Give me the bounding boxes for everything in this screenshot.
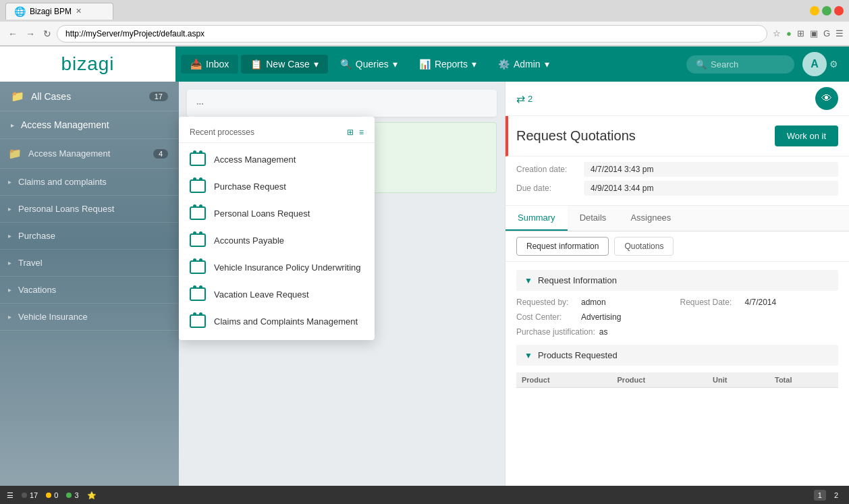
due-date-meta-value: 4/9/2014 3:44 pm — [584, 181, 838, 196]
dropdown-item-claims-mgmt[interactable]: Claims and Complaints Management — [179, 308, 375, 335]
status-dot-2 — [46, 493, 51, 498]
sidebar-item-purchase[interactable]: ▸ Purchase — [0, 223, 179, 250]
forward-button[interactable]: → — [23, 27, 38, 40]
minimize-button[interactable] — [810, 6, 819, 16]
status-item-1: 17 — [22, 491, 38, 499]
star-status-icon[interactable]: ⭐ — [87, 491, 97, 500]
request-date-label: Request Date: — [680, 298, 741, 307]
maximize-button[interactable] — [822, 6, 831, 16]
close-button[interactable] — [834, 6, 844, 16]
search-icon: 🔍 — [696, 59, 707, 69]
briefcase-icon-4 — [190, 260, 206, 274]
address-bar[interactable] — [57, 25, 767, 43]
admin-chevron-icon: ▾ — [545, 59, 549, 69]
access-mgmt-icon: 📁 — [8, 147, 22, 160]
work-on-it-button[interactable]: Work on it — [775, 125, 838, 146]
sidebar: 📁 All Cases 17 ▸ Access Management 📁 Acc… — [0, 82, 179, 486]
purchase-just-value: as — [599, 327, 608, 337]
app-logo: bizagi — [61, 53, 114, 75]
dropdown-header: Recent processes ⊞ ≡ — [179, 122, 375, 143]
sidebar-item-vacations[interactable]: ▸ Vacations — [0, 277, 179, 304]
nav-item-queries[interactable]: 🔍 Queries ▾ — [331, 55, 407, 74]
detail-body: ▼ Request Information Requested by: admo… — [505, 262, 849, 486]
reload-button[interactable]: ↻ — [40, 27, 54, 40]
products-section-title: Products Requested — [538, 350, 618, 360]
creation-date-meta-label: Creation date: — [516, 165, 584, 174]
nav-icon-2: ⊞ — [797, 28, 804, 38]
dropdown-item-vacation-leave[interactable]: Vacation Leave Request — [179, 281, 375, 308]
status-count-3: 3 — [74, 491, 78, 499]
detail-tabs: Summary Details Assignees — [505, 206, 849, 231]
sidebar-item-all-cases[interactable]: 📁 All Cases 17 — [0, 82, 179, 111]
eye-button[interactable]: 👁 — [815, 87, 838, 110]
tab-assignees[interactable]: Assignees — [618, 206, 683, 231]
page-num-1[interactable]: 1 — [814, 490, 826, 501]
recent-processes-label: Recent processes — [190, 128, 254, 137]
collapse-icon[interactable]: ▼ — [524, 276, 532, 285]
col-product2: Product — [612, 372, 708, 388]
queries-chevron-icon: ▾ — [393, 59, 398, 69]
page-nums: 1 2 — [814, 490, 842, 501]
requested-by-label: Requested by: — [516, 298, 577, 307]
nav-item-new-case[interactable]: 📋 New Case ▾ — [241, 55, 328, 74]
settings-icon[interactable]: ⚙ — [829, 59, 838, 69]
new-case-chevron-icon: ▾ — [314, 59, 319, 69]
new-case-icon: 📋 — [250, 59, 262, 69]
sidebar-item-vehicle-insurance[interactable]: ▸ Vehicle Insurance — [0, 304, 179, 331]
search-bar[interactable]: 🔍 — [686, 55, 794, 74]
sidebar-item-personal-loans[interactable]: ▸ Personal Loans Request — [0, 196, 179, 223]
user-avatar[interactable]: A — [802, 52, 827, 76]
dropdown-item-purchase-req[interactable]: Purchase Request — [179, 173, 375, 200]
briefcase-icon-5 — [190, 287, 206, 301]
dropdown-item-accounts-payable[interactable]: Accounts Payable — [179, 227, 375, 254]
back-button[interactable]: ← — [5, 27, 20, 40]
access-mgmt-expand-icon: ▸ — [11, 121, 14, 129]
products-collapse-icon[interactable]: ▼ — [524, 351, 532, 360]
sub-tab-quotations[interactable]: Quotations — [614, 237, 674, 256]
dropdown-item-vehicle-ins[interactable]: Vehicle Insurance Policy Underwriting — [179, 254, 375, 281]
case-card-partial[interactable]: ... — [187, 90, 497, 117]
status-item-3: 3 — [66, 491, 78, 499]
personal-loans-chevron-icon: ▸ — [8, 205, 11, 213]
request-info-section: ▼ Request Information — [516, 270, 838, 291]
nav-icon-3: ▣ — [810, 28, 818, 38]
status-bar: ☰ 17 0 3 ⭐ 1 2 — [0, 486, 849, 504]
sidebar-item-access-mgmt[interactable]: 📁 Access Management 4 — [0, 139, 179, 169]
request-info-grid: Requested by: admon Request Date: 4/7/20… — [516, 298, 838, 337]
travel-chevron-icon: ▸ — [8, 259, 11, 267]
all-cases-badge: 17 — [149, 92, 168, 101]
menu-status-icon[interactable]: ☰ — [7, 491, 13, 500]
sidebar-item-travel[interactable]: ▸ Travel — [0, 250, 179, 277]
vacations-chevron-icon: ▸ — [8, 286, 11, 293]
nav-item-admin[interactable]: ⚙️ Admin ▾ — [489, 55, 559, 74]
sidebar-item-claims[interactable]: ▸ Claims and complaints — [0, 169, 179, 196]
grid-view-icon[interactable]: ⊞ — [347, 128, 354, 137]
tab-summary[interactable]: Summary — [505, 206, 568, 231]
detail-top-row: ⇄ 2 👁 — [505, 82, 849, 116]
status-dot-3 — [66, 493, 72, 498]
detail-counter: 2 — [528, 94, 532, 104]
dropdown-item-personal-loans[interactable]: Personal Loans Request — [179, 200, 375, 227]
nav-item-inbox[interactable]: 📥 Inbox — [181, 55, 238, 74]
list-view-icon[interactable]: ≡ — [359, 128, 364, 137]
nav-item-reports[interactable]: 📊 Reports ▾ — [410, 55, 486, 74]
dropdown-item-access-mgmt[interactable]: Access Management — [179, 146, 375, 173]
menu-icon[interactable]: ☰ — [836, 28, 844, 38]
status-count-2: 0 — [54, 491, 58, 499]
browser-tab-close[interactable]: ✕ — [76, 7, 82, 16]
detail-title: Request Quotations — [516, 128, 636, 144]
tab-details[interactable]: Details — [568, 206, 619, 231]
reports-chevron-icon: ▾ — [472, 59, 476, 69]
access-mgmt-badge: 4 — [153, 149, 168, 159]
status-dot-1 — [22, 493, 27, 498]
nav-icon-1: ● — [786, 28, 792, 38]
purchase-chevron-icon: ▸ — [8, 232, 11, 240]
search-input[interactable] — [711, 59, 785, 69]
bookmark-icon[interactable]: ☆ — [773, 28, 781, 38]
sidebar-item-access-mgmt-expand[interactable]: ▸ Access Management — [0, 111, 179, 139]
col-total: Total — [769, 372, 838, 388]
sub-tab-request-info[interactable]: Request information — [516, 237, 609, 256]
products-table: Product Product Unit Total — [516, 372, 838, 388]
page-num-2[interactable]: 2 — [830, 490, 842, 501]
vehicle-ins-chevron-icon: ▸ — [8, 313, 11, 320]
